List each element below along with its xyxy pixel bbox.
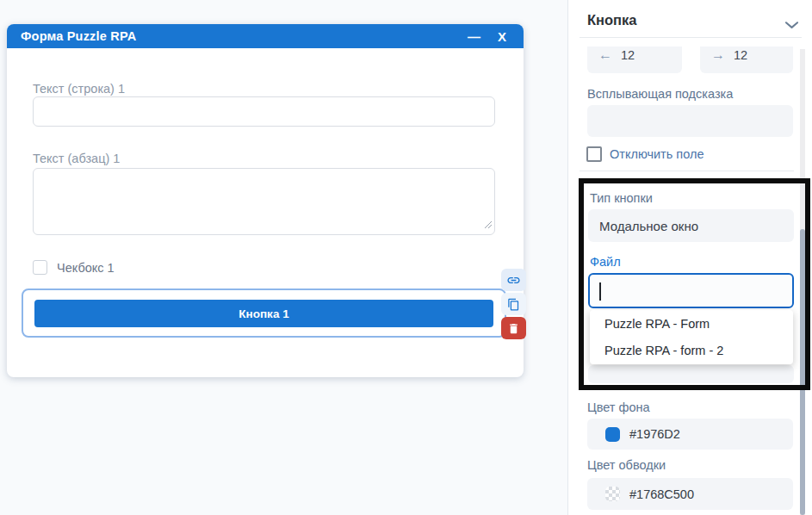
copy-icon[interactable] [501,293,526,315]
padding-left-value: 12 [621,48,635,62]
arrow-right-icon: → [711,47,725,63]
scrollbar-thumb[interactable] [800,229,805,515]
bg-color-field[interactable]: #1976D2 [587,419,793,450]
hidden-field-partial [588,365,794,383]
stroke-color-value: #1768C500 [629,487,694,501]
checkbox-input[interactable] [33,260,47,275]
selected-element-wrapper[interactable]: Кнопка 1 [22,289,506,338]
file-input[interactable] [588,273,794,308]
text-field-label: Текст (строка) 1 [33,82,125,96]
close-button[interactable]: X [498,29,506,44]
arrow-left-icon: ← [598,47,612,63]
panel-divider [580,171,794,171]
modal-header[interactable]: Форма Puzzle RPA — X [7,24,524,48]
trash-icon[interactable] [501,317,526,339]
button-type-value: Модальное окно [588,209,794,242]
text-cursor [599,282,601,301]
checkbox-label: Чекбокс 1 [57,261,115,275]
minimize-button[interactable]: — [468,29,480,44]
bg-color-swatch [605,427,620,442]
textarea-label: Текст (абзац) 1 [33,152,120,165]
bg-color-label: Цвет фона [587,400,650,414]
padding-right-value: 12 [734,48,747,62]
tooltip-label: Всплывающая подсказка [587,87,733,101]
textarea-input[interactable] [33,168,495,235]
modal-title: Форма Puzzle RPA [21,29,136,43]
text-field-input[interactable] [33,96,495,127]
chevron-down-icon[interactable] [785,17,798,33]
file-option[interactable]: Puzzle RPA - Form [590,310,793,337]
file-option[interactable]: Puzzle RPA - form - 2 [590,337,793,363]
stroke-color-field[interactable]: #1768C500 [587,478,793,510]
resize-grip-icon[interactable] [484,217,493,233]
form-button[interactable]: Кнопка 1 [34,300,493,327]
tooltip-input[interactable] [587,105,793,137]
properties-panel: Кнопка ← 12 → 12 Всплывающая подсказка О… [567,0,812,515]
stroke-color-swatch [605,487,620,501]
file-options-dropdown: Puzzle RPA - Form Puzzle RPA - form - 2 [590,310,793,364]
link-icon[interactable] [501,269,526,291]
element-toolbar [501,269,526,339]
panel-title: Кнопка [587,12,637,28]
form-canvas: Форма Puzzle RPA — X Текст (строка) 1 Те… [0,0,567,515]
disable-field-label: Отключить поле [610,147,704,161]
file-label: Файл [590,255,621,269]
panel-scrollbar[interactable] [800,49,805,515]
bg-color-value: #1976D2 [629,427,680,441]
button-type-select[interactable]: Модальное окно [588,209,794,242]
disable-field-checkbox[interactable] [586,146,602,162]
button-type-label: Тип кнопки [590,191,653,205]
padding-left-field[interactable]: ← 12 [587,47,682,73]
padding-right-field[interactable]: → 12 [700,47,793,73]
panel-divider [580,37,802,38]
stroke-color-label: Цвет обводки [587,458,666,472]
form-preview-modal: Форма Puzzle RPA — X Текст (строка) 1 Те… [7,24,524,377]
